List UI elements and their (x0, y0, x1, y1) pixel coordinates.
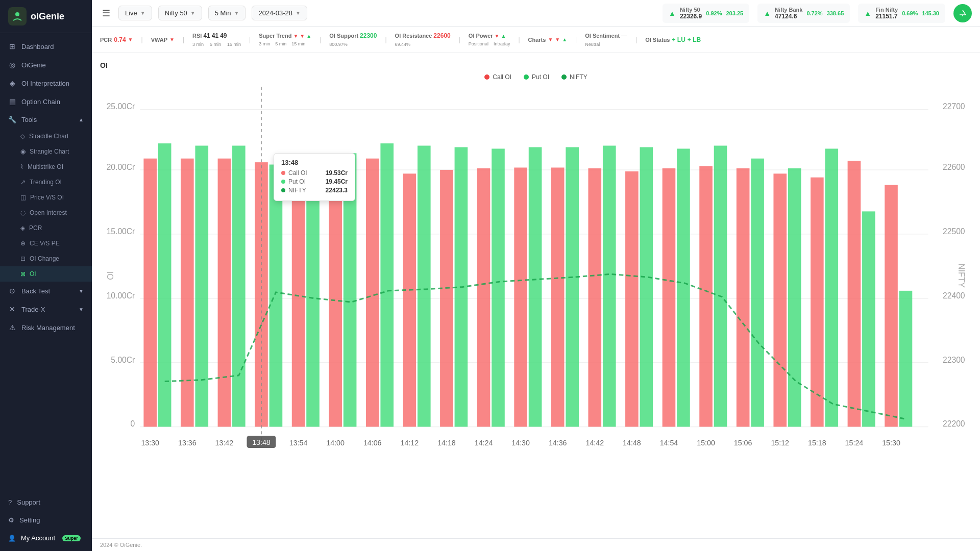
date-arrow: ▼ (296, 10, 301, 16)
sidebar-item-open-interest[interactable]: ◌ Open Interest (0, 205, 92, 220)
svg-text:14:06: 14:06 (363, 439, 382, 447)
chart-area: OI Call OI Put OI NIFTY 25.00Cr 20.00Cr … (92, 53, 980, 538)
sidebar-item-backtest[interactable]: ⊙ Back Test ▼ (0, 282, 92, 300)
oi-power-indicator: OI Power ▼ ▲ PositionalIntraday (469, 33, 510, 46)
oi-power-sub: PositionalIntraday (469, 41, 510, 46)
logo: oiGenie (0, 0, 92, 33)
menu-button[interactable]: ☰ (100, 6, 112, 21)
sidebar-item-risk[interactable]: ⚠ Risk Management (0, 318, 92, 337)
index-arrow: ▼ (190, 10, 195, 16)
sidebar-item-setting[interactable]: ⚙ Setting (0, 511, 92, 529)
svg-text:15.00Cr: 15.00Cr (107, 227, 135, 236)
sidebar-item-oi-change[interactable]: ⊡ OI Change (0, 251, 92, 266)
sidebar-item-oi-interpretation[interactable]: ◈ OI Interpretation (0, 74, 92, 92)
oi-icon: ◌ (20, 209, 26, 216)
sidebar-item-oi[interactable]: ⊠ OI (0, 266, 92, 282)
sidebar-item-ce-vs-pe[interactable]: ⊕ CE V/S PE (0, 236, 92, 251)
price-vs-icon: ◫ (20, 194, 26, 201)
sidebar-item-multistrike-oi[interactable]: ⌇ Multistrike OI (0, 159, 92, 174)
svg-rect-44 (529, 147, 542, 427)
svg-rect-36 (380, 143, 394, 427)
sidebar-item-trending-oi[interactable]: ↗ Trending OI (0, 174, 92, 190)
date-value: 2024-03-28 (258, 9, 292, 17)
index-dropdown[interactable]: Nifty 50 ▼ (158, 6, 202, 20)
ticker-abs-1: 203.25 (726, 10, 744, 16)
svg-text:13:42: 13:42 (215, 439, 234, 447)
sidebar-footer: ? Support ⚙ Setting 👤 My Account Super (0, 489, 92, 551)
sidebar-item-label: Dashboard (21, 43, 54, 51)
sidebar-item-tradex[interactable]: ✕ Trade-X ▼ (0, 300, 92, 318)
svg-text:14:24: 14:24 (475, 439, 493, 447)
oigenie-icon: ◎ (8, 61, 16, 69)
ticker-up-icon-1: ▲ (669, 9, 676, 17)
mode-dropdown[interactable]: Live ▼ (118, 6, 152, 20)
oi-interp-icon: ◈ (8, 79, 16, 87)
sidebar-item-strangle-chart[interactable]: ◉ Strangle Chart (0, 144, 92, 159)
multistrike-icon: ⌇ (20, 163, 23, 170)
oi-support-indicator: OI Support 22300 800.97% (329, 32, 377, 47)
sidebar-item-label: Option Chain (21, 98, 60, 106)
svg-rect-60 (825, 148, 838, 427)
svg-text:22500: 22500 (943, 227, 965, 236)
sub-item-label: OI Change (30, 255, 59, 262)
svg-rect-56 (751, 159, 764, 427)
charts-button[interactable]: Charts ▼ ▼ ▲ (528, 37, 568, 43)
oi-resistance-label: OI Resistance (395, 33, 432, 39)
oi-sentiment-sub: Neutral (585, 42, 600, 47)
ticker-finnifty: ▲ Fin Nifty 21151.7 0.69% 145.30 (858, 4, 945, 23)
svg-text:OI: OI (106, 271, 115, 280)
svg-rect-62 (862, 211, 875, 427)
svg-text:14:12: 14:12 (401, 439, 419, 447)
svg-text:25.00Cr: 25.00Cr (107, 102, 135, 111)
interval-dropdown[interactable]: 5 Min ▼ (208, 6, 246, 20)
svg-text:13:36: 13:36 (178, 439, 197, 447)
oi-support-sub: 800.97% (329, 42, 348, 47)
sidebar-item-support[interactable]: ? Support (0, 493, 92, 511)
legend-label-nifty: NIFTY (570, 73, 587, 81)
sidebar-item-price-vs-oi[interactable]: ◫ Price V/S OI (0, 190, 92, 205)
mode-arrow: ▼ (140, 10, 145, 16)
sidebar-item-option-chain[interactable]: ▦ Option Chain (0, 92, 92, 111)
svg-rect-55 (737, 168, 750, 427)
date-dropdown[interactable]: 2024-03-28 ▼ (252, 6, 307, 20)
svg-rect-51 (663, 168, 676, 427)
sidebar-item-pcr[interactable]: ◈ PCR (0, 220, 92, 236)
svg-text:22300: 22300 (943, 355, 965, 364)
rsi-5m: 41 (212, 32, 218, 39)
charts-arrow3: ▲ (562, 37, 567, 42)
svg-text:22700: 22700 (943, 102, 965, 111)
trending-icon: ↗ (20, 179, 26, 186)
risk-icon: ⚠ (8, 323, 16, 332)
sep-2: | (183, 36, 184, 43)
svg-text:0: 0 (131, 419, 135, 428)
sep-1: | (141, 36, 143, 43)
account-name: My Account (21, 534, 55, 542)
oip-arrow2: ▲ (501, 33, 506, 39)
sub-item-label: Straddle Chart (29, 133, 68, 140)
sidebar-item-account[interactable]: 👤 My Account Super (0, 529, 92, 547)
oi-active-icon: ⊠ (20, 270, 26, 278)
sidebar-item-oigenie[interactable]: ◎ OiGenie (0, 56, 92, 74)
legend-call-oi: Call OI (484, 73, 511, 81)
oi-resistance-indicator: OI Resistance 22600 69.44% (395, 32, 451, 47)
legend-nifty: NIFTY (561, 73, 587, 81)
legend-put-oi: Put OI (524, 73, 549, 81)
svg-rect-49 (625, 171, 639, 427)
tools-header[interactable]: 🔧 Tools ▲ (0, 111, 92, 129)
sidebar-item-dashboard[interactable]: ⊞ Dashboard (0, 37, 92, 56)
oi-resistance-row: OI Resistance 22600 (395, 32, 451, 39)
oi-support-row: OI Support 22300 (329, 32, 377, 39)
pcr-label: PCR (100, 37, 112, 43)
super-badge: Super (62, 535, 81, 541)
svg-rect-29 (270, 165, 283, 427)
rsi-sub: 3 min5 min15 min (192, 42, 241, 47)
sidebar-item-straddle-chart[interactable]: ◇ Straddle Chart (0, 129, 92, 144)
sep-4: | (320, 36, 321, 43)
notification-button[interactable] (953, 4, 972, 22)
sidebar: oiGenie ⊞ Dashboard ◎ OiGenie ◈ OI Inter… (0, 0, 92, 551)
ticker-area: ▲ Nifty 50 22326.9 0.92% 203.25 ▲ Nifty … (663, 4, 972, 23)
svg-rect-47 (588, 168, 601, 427)
sep-7: | (518, 36, 520, 43)
charts-arrow1: ▼ (548, 37, 553, 42)
oichange-icon: ⊡ (20, 255, 26, 262)
